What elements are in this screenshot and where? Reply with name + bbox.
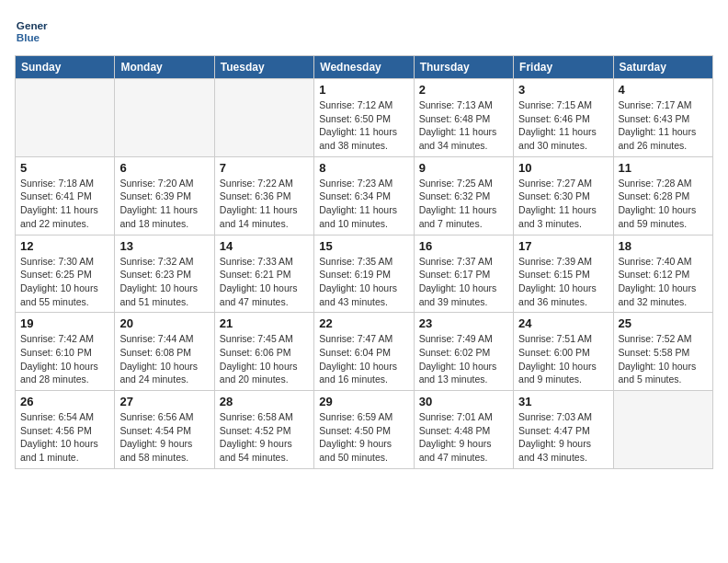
calendar-cell: 29Sunrise: 6:59 AM Sunset: 4:50 PM Dayli… bbox=[314, 391, 414, 469]
calendar-cell: 20Sunrise: 7:44 AM Sunset: 6:08 PM Dayli… bbox=[115, 313, 214, 391]
calendar-cell: 26Sunrise: 6:54 AM Sunset: 4:56 PM Dayli… bbox=[16, 391, 115, 469]
day-number: 1 bbox=[319, 83, 408, 97]
day-number: 31 bbox=[518, 395, 608, 408]
calendar-cell: 25Sunrise: 7:52 AM Sunset: 5:58 PM Dayli… bbox=[613, 313, 712, 391]
day-info: Sunrise: 7:27 AM Sunset: 6:30 PM Dayligh… bbox=[518, 177, 608, 231]
day-number: 19 bbox=[20, 316, 109, 330]
day-info: Sunrise: 7:13 AM Sunset: 6:48 PM Dayligh… bbox=[419, 98, 508, 153]
day-number: 23 bbox=[419, 316, 508, 330]
day-number: 7 bbox=[220, 161, 309, 175]
logo-icon: General Blue bbox=[15, 15, 48, 48]
day-number: 18 bbox=[619, 239, 708, 253]
calendar-cell: 27Sunrise: 6:56 AM Sunset: 4:54 PM Dayli… bbox=[115, 391, 214, 469]
day-info: Sunrise: 7:33 AM Sunset: 6:21 PM Dayligh… bbox=[220, 255, 309, 309]
calendar-cell: 19Sunrise: 7:42 AM Sunset: 6:10 PM Dayli… bbox=[16, 313, 115, 391]
day-number: 25 bbox=[619, 316, 708, 330]
day-info: Sunrise: 7:51 AM Sunset: 6:00 PM Dayligh… bbox=[518, 332, 608, 386]
calendar-week-1: 1Sunrise: 7:12 AM Sunset: 6:50 PM Daylig… bbox=[16, 79, 713, 157]
calendar-week-2: 5Sunrise: 7:18 AM Sunset: 6:41 PM Daylig… bbox=[16, 156, 713, 235]
day-info: Sunrise: 7:44 AM Sunset: 6:08 PM Dayligh… bbox=[119, 332, 209, 386]
calendar-cell: 3Sunrise: 7:15 AM Sunset: 6:46 PM Daylig… bbox=[514, 79, 613, 157]
calendar-week-4: 19Sunrise: 7:42 AM Sunset: 6:10 PM Dayli… bbox=[16, 313, 713, 391]
day-info: Sunrise: 6:56 AM Sunset: 4:54 PM Dayligh… bbox=[119, 410, 209, 465]
day-number: 22 bbox=[319, 316, 408, 330]
day-number: 29 bbox=[319, 395, 408, 408]
day-number: 10 bbox=[518, 161, 608, 175]
day-info: Sunrise: 7:18 AM Sunset: 6:41 PM Dayligh… bbox=[20, 177, 109, 231]
day-info: Sunrise: 7:49 AM Sunset: 6:02 PM Dayligh… bbox=[419, 332, 508, 386]
day-info: Sunrise: 7:40 AM Sunset: 6:12 PM Dayligh… bbox=[619, 255, 708, 309]
day-number: 15 bbox=[319, 239, 408, 253]
day-info: Sunrise: 7:39 AM Sunset: 6:15 PM Dayligh… bbox=[518, 255, 608, 309]
day-info: Sunrise: 7:17 AM Sunset: 6:43 PM Dayligh… bbox=[619, 98, 708, 153]
day-number: 17 bbox=[518, 239, 608, 253]
day-number: 4 bbox=[619, 83, 708, 97]
calendar-cell: 2Sunrise: 7:13 AM Sunset: 6:48 PM Daylig… bbox=[414, 79, 513, 157]
day-info: Sunrise: 7:20 AM Sunset: 6:39 PM Dayligh… bbox=[119, 177, 209, 231]
calendar-cell: 23Sunrise: 7:49 AM Sunset: 6:02 PM Dayli… bbox=[414, 313, 513, 391]
calendar-cell bbox=[613, 391, 712, 469]
calendar-header-row: SundayMondayTuesdayWednesdayThursdayFrid… bbox=[16, 56, 713, 79]
day-number: 8 bbox=[319, 161, 408, 175]
calendar-cell: 30Sunrise: 7:01 AM Sunset: 4:48 PM Dayli… bbox=[414, 391, 513, 469]
day-number: 14 bbox=[220, 239, 309, 253]
day-info: Sunrise: 7:12 AM Sunset: 6:50 PM Dayligh… bbox=[319, 98, 408, 153]
day-info: Sunrise: 7:32 AM Sunset: 6:23 PM Dayligh… bbox=[119, 255, 209, 309]
calendar-cell: 9Sunrise: 7:25 AM Sunset: 6:32 PM Daylig… bbox=[414, 156, 513, 235]
calendar-cell: 28Sunrise: 6:58 AM Sunset: 4:52 PM Dayli… bbox=[214, 391, 313, 469]
svg-text:General: General bbox=[17, 19, 48, 31]
calendar-cell: 18Sunrise: 7:40 AM Sunset: 6:12 PM Dayli… bbox=[613, 235, 712, 313]
calendar-cell: 8Sunrise: 7:23 AM Sunset: 6:34 PM Daylig… bbox=[314, 156, 414, 235]
calendar-cell bbox=[16, 79, 115, 157]
day-info: Sunrise: 6:59 AM Sunset: 4:50 PM Dayligh… bbox=[319, 410, 408, 465]
day-info: Sunrise: 7:03 AM Sunset: 4:47 PM Dayligh… bbox=[518, 410, 608, 465]
calendar-cell: 4Sunrise: 7:17 AM Sunset: 6:43 PM Daylig… bbox=[613, 79, 712, 157]
day-number: 27 bbox=[119, 395, 209, 408]
day-info: Sunrise: 7:23 AM Sunset: 6:34 PM Dayligh… bbox=[319, 177, 408, 231]
calendar-cell: 21Sunrise: 7:45 AM Sunset: 6:06 PM Dayli… bbox=[214, 313, 313, 391]
day-number: 26 bbox=[20, 395, 109, 408]
calendar-cell bbox=[115, 79, 214, 157]
day-header-sunday: Sunday bbox=[16, 56, 115, 79]
calendar-cell: 12Sunrise: 7:30 AM Sunset: 6:25 PM Dayli… bbox=[16, 235, 115, 313]
day-header-monday: Monday bbox=[115, 56, 214, 79]
calendar-cell: 24Sunrise: 7:51 AM Sunset: 6:00 PM Dayli… bbox=[514, 313, 613, 391]
calendar-cell: 1Sunrise: 7:12 AM Sunset: 6:50 PM Daylig… bbox=[314, 79, 414, 157]
day-number: 6 bbox=[119, 161, 209, 175]
calendar-cell bbox=[214, 79, 313, 157]
day-number: 13 bbox=[119, 239, 209, 253]
day-header-saturday: Saturday bbox=[613, 56, 712, 79]
day-info: Sunrise: 7:47 AM Sunset: 6:04 PM Dayligh… bbox=[319, 332, 408, 386]
calendar-cell: 13Sunrise: 7:32 AM Sunset: 6:23 PM Dayli… bbox=[115, 235, 214, 313]
calendar-cell: 10Sunrise: 7:27 AM Sunset: 6:30 PM Dayli… bbox=[514, 156, 613, 235]
calendar-cell: 17Sunrise: 7:39 AM Sunset: 6:15 PM Dayli… bbox=[514, 235, 613, 313]
calendar-cell: 6Sunrise: 7:20 AM Sunset: 6:39 PM Daylig… bbox=[115, 156, 214, 235]
day-number: 2 bbox=[419, 83, 508, 97]
svg-text:Blue: Blue bbox=[17, 31, 40, 43]
day-number: 16 bbox=[419, 239, 508, 253]
day-header-wednesday: Wednesday bbox=[314, 56, 414, 79]
calendar-table: SundayMondayTuesdayWednesdayThursdayFrid… bbox=[15, 55, 713, 469]
day-info: Sunrise: 7:42 AM Sunset: 6:10 PM Dayligh… bbox=[20, 332, 109, 386]
day-number: 30 bbox=[419, 395, 508, 408]
calendar-cell: 31Sunrise: 7:03 AM Sunset: 4:47 PM Dayli… bbox=[514, 391, 613, 469]
day-info: Sunrise: 7:45 AM Sunset: 6:06 PM Dayligh… bbox=[220, 332, 309, 386]
day-header-tuesday: Tuesday bbox=[214, 56, 313, 79]
day-number: 12 bbox=[20, 239, 109, 253]
calendar-cell: 5Sunrise: 7:18 AM Sunset: 6:41 PM Daylig… bbox=[16, 156, 115, 235]
day-number: 9 bbox=[419, 161, 508, 175]
day-header-thursday: Thursday bbox=[414, 56, 513, 79]
day-number: 20 bbox=[119, 316, 209, 330]
day-info: Sunrise: 7:22 AM Sunset: 6:36 PM Dayligh… bbox=[220, 177, 309, 231]
calendar-week-3: 12Sunrise: 7:30 AM Sunset: 6:25 PM Dayli… bbox=[16, 235, 713, 313]
day-number: 11 bbox=[619, 161, 708, 175]
day-info: Sunrise: 7:37 AM Sunset: 6:17 PM Dayligh… bbox=[419, 255, 508, 309]
page-header: General Blue bbox=[15, 15, 713, 48]
calendar-cell: 15Sunrise: 7:35 AM Sunset: 6:19 PM Dayli… bbox=[314, 235, 414, 313]
day-info: Sunrise: 6:54 AM Sunset: 4:56 PM Dayligh… bbox=[20, 410, 109, 465]
day-number: 28 bbox=[220, 395, 309, 408]
day-info: Sunrise: 7:25 AM Sunset: 6:32 PM Dayligh… bbox=[419, 177, 508, 231]
day-number: 3 bbox=[518, 83, 608, 97]
day-info: Sunrise: 7:52 AM Sunset: 5:58 PM Dayligh… bbox=[619, 332, 708, 386]
day-number: 24 bbox=[518, 316, 608, 330]
